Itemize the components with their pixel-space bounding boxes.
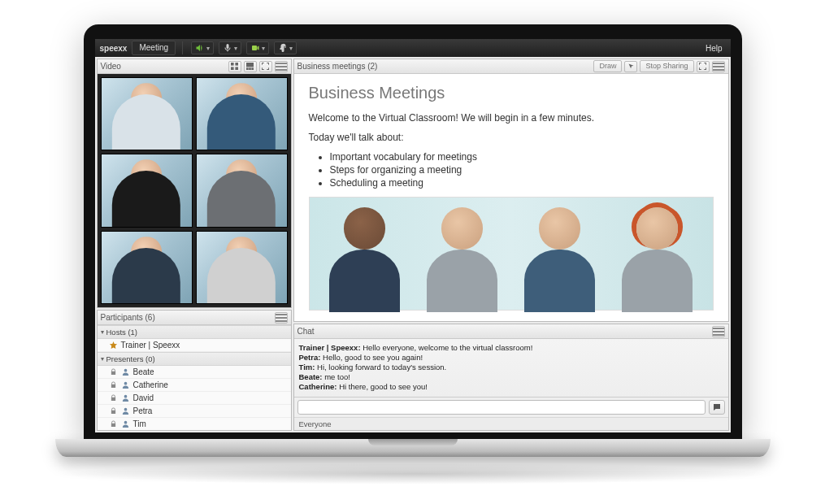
chat-input[interactable]: [297, 400, 706, 415]
mic-button[interactable]: ▾: [219, 41, 241, 54]
brand-label: speexx: [100, 44, 128, 53]
participants-header: Participants (6): [98, 311, 291, 325]
chat-header: Chat: [294, 324, 728, 339]
doc-illustration: [309, 197, 714, 311]
svg-rect-7: [249, 67, 251, 70]
participant-name: David: [133, 393, 154, 402]
chat-bubble-icon: [712, 402, 722, 412]
fullscreen-icon: [699, 63, 706, 70]
stop-sharing-button[interactable]: Stop Sharing: [640, 60, 693, 72]
svg-rect-5: [246, 63, 254, 67]
participant-row[interactable]: Tim: [98, 418, 291, 430]
svg-point-13: [124, 421, 127, 424]
meeting-menu[interactable]: Meeting: [132, 41, 176, 55]
grid-icon: [231, 63, 238, 70]
chat-send-button[interactable]: [709, 400, 725, 415]
panel-menu-button[interactable]: [275, 61, 288, 72]
chat-title: Chat: [297, 327, 315, 336]
svg-rect-8: [251, 67, 254, 70]
panel-menu-button[interactable]: [712, 326, 725, 337]
participants-list: ▾ Hosts (1) Trainer | Speexx ▾ Presenter…: [98, 325, 291, 430]
doc-bullet: Scheduling a meeting: [330, 177, 714, 189]
webcam-button[interactable]: ▾: [246, 41, 269, 54]
chat-recipient[interactable]: Everyone: [294, 417, 728, 430]
lock-icon: [109, 393, 118, 402]
fullscreen-icon: [262, 63, 269, 70]
chevron-down-icon: ▾: [101, 355, 104, 363]
participant-row[interactable]: Petra: [98, 405, 291, 418]
chevron-down-icon: ▾: [101, 328, 104, 336]
menu-icon: [276, 314, 287, 322]
chat-message: Petra: Hello, good to see you again!: [299, 353, 723, 362]
doc-heading: Business Meetings: [309, 84, 714, 102]
participants-title: Participants (6): [101, 313, 155, 322]
svg-rect-2: [235, 63, 238, 66]
svg-rect-6: [246, 67, 249, 70]
video-panel-header: Video: [98, 59, 291, 74]
svg-rect-3: [231, 67, 234, 70]
lock-icon: [109, 367, 118, 376]
chat-message: Catherine: Hi there, good to see you!: [299, 382, 723, 391]
svg-point-9: [124, 369, 127, 372]
group-presenters[interactable]: ▾ Presenters (0): [98, 352, 291, 366]
lock-icon: [109, 406, 118, 415]
participant-row[interactable]: Catherine: [98, 379, 291, 392]
user-icon: [121, 406, 130, 415]
group-hosts[interactable]: ▾ Hosts (1): [98, 325, 291, 339]
raise-hand-button[interactable]: ▾: [274, 41, 297, 54]
svg-point-10: [124, 382, 127, 385]
chat-message: Beate: me too!: [299, 372, 723, 381]
chat-message: Tim: Hi, looking forward to today's sess…: [299, 363, 723, 371]
video-thumb[interactable]: [196, 77, 288, 150]
video-thumb[interactable]: [101, 77, 193, 150]
participant-row[interactable]: Trainer | Speexx: [98, 339, 291, 352]
lock-icon: [109, 380, 118, 389]
participant-row[interactable]: Beate: [98, 366, 291, 379]
video-thumb[interactable]: [196, 231, 288, 304]
svg-point-11: [124, 395, 127, 398]
fullscreen-button[interactable]: [259, 61, 272, 72]
raise-hand-icon: [278, 43, 288, 53]
participant-row[interactable]: David: [98, 392, 291, 405]
filmstrip-icon: [246, 63, 254, 70]
video-thumb[interactable]: [101, 231, 193, 304]
help-link[interactable]: Help: [706, 44, 726, 53]
doc-talk-about: Today we'll talk about:: [309, 132, 714, 143]
participant-name: Petra: [133, 406, 153, 415]
top-toolbar: speexx Meeting ▾ ▾ ▾ ▾: [95, 39, 731, 57]
menu-icon: [276, 63, 287, 71]
doc-bullets: Important vocabulary for meetings Steps …: [309, 151, 714, 189]
draw-button[interactable]: Draw: [593, 60, 622, 72]
panel-menu-button[interactable]: [712, 61, 725, 72]
user-icon: [121, 419, 130, 428]
group-hosts-label: Hosts (1): [106, 328, 138, 337]
chat-input-row: [294, 397, 728, 417]
svg-point-12: [124, 408, 127, 411]
video-thumb[interactable]: [101, 154, 193, 227]
lock-icon: [109, 419, 118, 428]
svg-rect-1: [231, 63, 234, 66]
video-grid: [98, 74, 291, 307]
participant-name: Beate: [133, 367, 154, 376]
video-panel: Video: [97, 59, 292, 308]
panel-menu-button[interactable]: [275, 312, 288, 324]
shared-document: Business Meetings Welcome to the Virtual…: [294, 74, 728, 321]
video-panel-title: Video: [101, 62, 121, 71]
app-screen: speexx Meeting ▾ ▾ ▾ ▾: [95, 39, 731, 432]
pointer-button[interactable]: [624, 61, 637, 72]
caret-down-icon: ▾: [234, 45, 237, 52]
doc-bullet: Important vocabulary for meetings: [330, 151, 714, 163]
video-thumb[interactable]: [196, 154, 288, 227]
doc-bullet: Steps for organizing a meeting: [330, 164, 714, 176]
content-title: Business meetings (2): [297, 62, 378, 71]
participants-panel: Participants (6) ▾ Hosts (1): [97, 310, 292, 431]
grid-view-button[interactable]: [228, 61, 241, 72]
user-icon: [121, 393, 130, 402]
user-icon: [121, 367, 130, 376]
filmstrip-view-button[interactable]: [244, 61, 257, 72]
participant-name: Tim: [133, 419, 146, 428]
speaker-button[interactable]: ▾: [191, 41, 214, 54]
chat-message: Trainer | Speexx: Hello everyone, welcom…: [299, 343, 723, 352]
menu-icon: [713, 63, 724, 71]
fullscreen-button[interactable]: [697, 61, 710, 72]
